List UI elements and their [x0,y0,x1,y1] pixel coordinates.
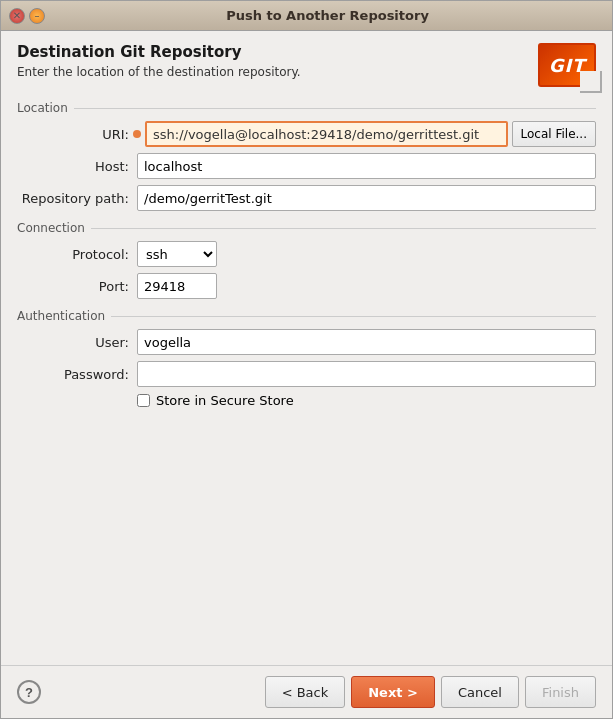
protocol-label: Protocol: [17,247,137,262]
password-label: Password: [17,367,137,382]
page-title: Destination Git Repository [17,43,301,61]
port-input[interactable] [137,273,217,299]
user-row: User: [17,329,596,355]
cancel-button[interactable]: Cancel [441,676,519,708]
local-file-button[interactable]: Local File... [512,121,596,147]
form-area: Location URI: Local File... Host: [17,97,596,665]
main-content: Destination Git Repository Enter the loc… [1,31,612,665]
repo-path-input[interactable] [137,185,596,211]
repo-path-row: Repository path: [17,185,596,211]
header-text: Destination Git Repository Enter the loc… [17,43,301,79]
port-row: Port: [17,273,596,299]
protocol-select[interactable]: ssh git http https ftp ftps [137,241,217,267]
footer-right: < Back Next > Cancel Finish [265,676,596,708]
protocol-row: Protocol: ssh git http https ftp ftps [17,241,596,267]
connection-group-label: Connection [17,221,596,235]
host-label: Host: [17,159,137,174]
minimize-button[interactable]: – [29,8,45,24]
user-label: User: [17,335,137,350]
titlebar-buttons: ✕ – [9,8,45,24]
page-subtitle: Enter the location of the destination re… [17,65,301,79]
window: ✕ – Push to Another Repository Destinati… [0,0,613,719]
uri-input-row: Local File... [145,121,596,147]
store-checkbox-row: Store in Secure Store [137,393,294,408]
repo-path-label: Repository path: [17,191,137,206]
close-button[interactable]: ✕ [9,8,25,24]
uri-label: URI: [17,127,137,142]
footer: ? < Back Next > Cancel Finish [1,665,612,718]
store-label: Store in Secure Store [156,393,294,408]
store-row: Store in Secure Store [17,393,596,414]
finish-button[interactable]: Finish [525,676,596,708]
uri-row: URI: Local File... [17,121,596,147]
next-button[interactable]: Next > [351,676,435,708]
host-row: Host: [17,153,596,179]
password-row: Password: [17,361,596,387]
window-title: Push to Another Repository [51,8,604,23]
user-input[interactable] [137,329,596,355]
footer-left: ? [17,680,41,704]
titlebar: ✕ – Push to Another Repository [1,1,612,31]
git-logo: GIT [538,43,596,87]
uri-input[interactable] [145,121,508,147]
back-button[interactable]: < Back [265,676,346,708]
location-group-label: Location [17,101,596,115]
header-section: Destination Git Repository Enter the loc… [17,43,596,87]
host-input[interactable] [137,153,596,179]
store-checkbox[interactable] [137,394,150,407]
uri-indicator [133,130,141,138]
port-label: Port: [17,279,137,294]
authentication-group-label: Authentication [17,309,596,323]
password-input[interactable] [137,361,596,387]
help-button[interactable]: ? [17,680,41,704]
